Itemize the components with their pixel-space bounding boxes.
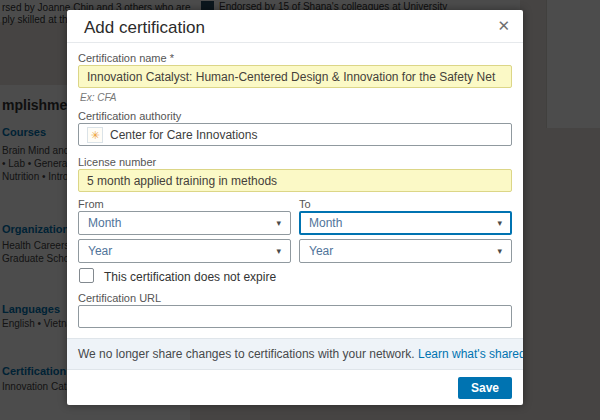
screen: rsed by Joanne Chin and 3 others who are…	[0, 0, 600, 420]
sharing-note-text: We no longer share changes to certificat…	[78, 347, 415, 361]
to-month-select[interactable]: Month ▾	[299, 211, 512, 235]
modal-header: Add certification ✕	[67, 10, 523, 43]
required-marker: *	[170, 52, 174, 64]
certification-url-label: Certification URL	[78, 292, 161, 304]
authority-logo-icon: ✳	[87, 127, 103, 143]
chevron-down-icon: ▾	[276, 246, 281, 256]
license-number-input[interactable]	[78, 169, 512, 192]
to-month-value: Month	[309, 216, 342, 230]
certification-url-input[interactable]	[78, 305, 512, 328]
certification-authority-value: Center for Care Innovations	[110, 128, 257, 142]
to-label: To	[299, 198, 311, 210]
chevron-down-icon: ▾	[497, 246, 502, 256]
learn-whats-shared-link[interactable]: Learn what's shared	[418, 347, 523, 361]
sharing-note: We no longer share changes to certificat…	[67, 338, 523, 370]
to-year-select[interactable]: Year ▾	[299, 239, 512, 263]
certification-authority-input[interactable]: ✳ Center for Care Innovations	[78, 123, 512, 146]
save-button[interactable]: Save	[458, 377, 512, 399]
certification-authority-label: Certification authority	[78, 110, 181, 122]
add-certification-modal: Add certification ✕ Certification name *…	[67, 10, 523, 405]
to-year-value: Year	[309, 244, 333, 258]
from-month-select[interactable]: Month ▾	[78, 211, 291, 235]
does-not-expire-label: This certification does not expire	[104, 270, 276, 284]
certification-name-input[interactable]	[78, 65, 512, 88]
modal-title: Add certification	[84, 18, 205, 38]
from-year-value: Year	[88, 244, 112, 258]
from-month-value: Month	[88, 216, 121, 230]
chevron-down-icon: ▾	[497, 218, 502, 228]
chevron-down-icon: ▾	[276, 218, 281, 228]
from-label: From	[78, 198, 104, 210]
close-icon[interactable]: ✕	[497, 17, 510, 35]
license-number-label: License number	[78, 156, 156, 168]
does-not-expire-checkbox[interactable]	[79, 268, 94, 283]
from-year-select[interactable]: Year ▾	[78, 239, 291, 263]
certification-name-helper: Ex: CFA	[80, 92, 116, 103]
certification-name-label: Certification name *	[78, 52, 174, 64]
